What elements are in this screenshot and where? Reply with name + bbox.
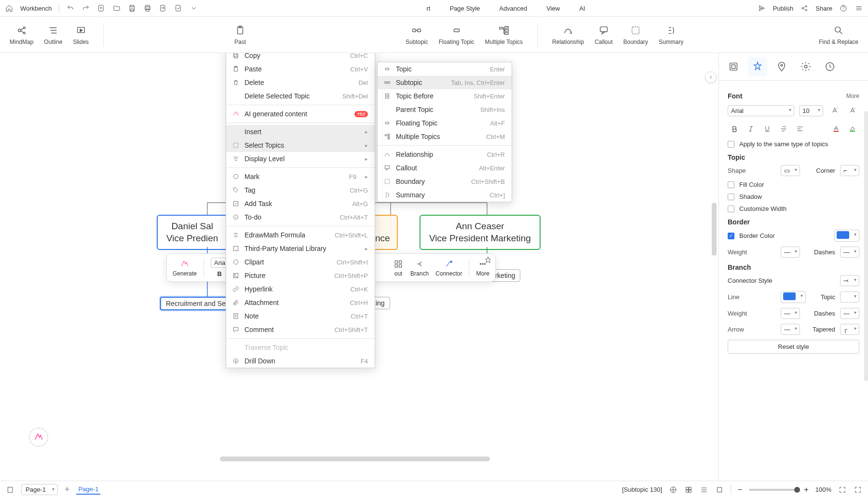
help-icon[interactable] <box>839 4 848 13</box>
branch-button[interactable]: Branch <box>410 259 429 277</box>
reset-style-button[interactable]: Reset style <box>728 340 859 354</box>
ctx-delete-selected[interactable]: Delete Selected TopicShift+Del <box>226 89 375 103</box>
font-more-link[interactable]: More <box>846 93 859 99</box>
canvas-vscroll[interactable] <box>712 203 717 256</box>
fullscreen-icon[interactable] <box>854 485 862 494</box>
ctx-picture[interactable]: PictureCtrl+Shift+P <box>226 269 375 282</box>
highlight-button[interactable] <box>846 122 859 136</box>
menu-item-page-style[interactable]: Page Style <box>449 5 480 12</box>
branch-topic-select[interactable] <box>840 291 859 303</box>
slides-view-button[interactable]: Slides <box>73 24 89 45</box>
outline-view-button[interactable]: Outline <box>44 24 62 45</box>
border-color-checkbox[interactable] <box>728 233 734 239</box>
menu-item-view[interactable]: View <box>546 5 560 12</box>
underline-button[interactable] <box>760 122 774 136</box>
tab-style[interactable] <box>748 57 767 76</box>
apply-same-checkbox[interactable] <box>728 141 734 148</box>
sub-multiple[interactable]: Multiple TopicsCtrl+M <box>378 130 512 143</box>
sub-summary[interactable]: SummaryCtrl+] <box>378 188 512 202</box>
border-weight-select[interactable]: — <box>781 247 800 258</box>
share-label[interactable]: Share <box>815 5 832 12</box>
save-icon[interactable] <box>128 4 136 13</box>
branch-dashes-select[interactable]: — <box>840 308 859 319</box>
zoom-slider[interactable] <box>749 489 797 491</box>
subtopic-recruitment[interactable]: Recruitment and Se <box>160 297 231 310</box>
topic-finance-partial[interactable]: nce <box>371 215 398 250</box>
ctx-ai-content[interactable]: AI generated contentHot <box>226 107 375 121</box>
ctx-display-level[interactable]: Display Level▸ <box>226 152 375 166</box>
ctx-add-task[interactable]: Add TaskAlt+G <box>226 197 375 210</box>
border-color-select[interactable] <box>834 230 859 242</box>
custom-width-checkbox[interactable] <box>728 206 734 212</box>
ctx-delete[interactable]: DeleteDel <box>226 76 375 89</box>
sub-topic[interactable]: TopicEnter <box>378 62 512 76</box>
italic-button[interactable] <box>744 122 758 136</box>
checkmark-doc-icon[interactable] <box>174 4 183 13</box>
menu-item-ai[interactable]: AI <box>579 5 585 12</box>
ctx-clipart[interactable]: ClipartCtrl+Shift+I <box>226 255 375 269</box>
shadow-checkbox[interactable] <box>728 194 734 200</box>
ctx-third-party[interactable]: Third-Party Material Library▸ <box>226 242 375 255</box>
branch-weight-select[interactable]: — <box>781 308 800 319</box>
corner-select[interactable]: ⌐ <box>840 165 859 176</box>
pages-icon[interactable] <box>6 485 14 494</box>
menu-item-insert-truncated[interactable]: rt <box>427 5 431 12</box>
border-dashes-select[interactable]: — <box>840 247 859 258</box>
fill-color-checkbox[interactable] <box>728 181 734 188</box>
share-icon[interactable] <box>800 4 809 13</box>
summary-button[interactable]: Summary <box>659 24 683 45</box>
arrow-select[interactable]: — <box>781 324 800 335</box>
ctx-copy[interactable]: CopyCtrl+C <box>226 53 375 62</box>
connector-button[interactable]: Connector <box>435 259 462 277</box>
align-button[interactable] <box>793 122 807 136</box>
new-file-icon[interactable] <box>97 4 106 13</box>
panel-vscroll[interactable] <box>864 111 868 381</box>
ctx-mark[interactable]: MarkF9▸ <box>226 170 375 183</box>
redo-icon[interactable] <box>81 4 90 13</box>
sub-relationship[interactable]: RelationshipCtrl+R <box>378 148 512 161</box>
sub-boundary[interactable]: BoundaryCtrl+Shift+B <box>378 175 512 188</box>
strikethrough-button[interactable] <box>777 122 790 136</box>
tab-settings[interactable] <box>796 57 815 76</box>
publish-label[interactable]: Publish <box>773 5 794 12</box>
print-icon[interactable] <box>143 4 152 13</box>
floating-topic-button[interactable]: Floating Topic <box>439 24 475 45</box>
zoom-out-button[interactable]: − <box>738 485 742 494</box>
tab-map[interactable] <box>772 57 791 76</box>
publish-icon[interactable] <box>758 4 766 13</box>
subtopic-button[interactable]: Subtopic <box>406 24 428 45</box>
zoom-level[interactable]: 100% <box>815 486 831 493</box>
export-icon[interactable] <box>159 4 167 13</box>
ctx-comment[interactable]: CommentCtrl+Shift+T <box>226 323 375 336</box>
topic-ann[interactable]: Ann Ceaser Vice President Marketing <box>420 215 541 250</box>
font-family-select[interactable]: Arial <box>728 105 794 116</box>
add-page-button[interactable]: + <box>65 484 70 495</box>
layout-button[interactable]: out <box>393 259 404 277</box>
undo-icon[interactable] <box>66 4 75 13</box>
boundary-button[interactable]: Boundary <box>624 24 648 45</box>
sub-subtopic[interactable]: SubtopicTab, Ins, Ctrl+Enter <box>378 76 512 89</box>
list-icon[interactable] <box>700 485 708 494</box>
topic-daniel[interactable]: Daniel Sal Vice Predien <box>157 215 228 250</box>
ctx-select-topics[interactable]: Select Topics▸ <box>226 138 375 152</box>
font-size-select[interactable]: 10 <box>799 105 823 116</box>
ai-generate-button[interactable]: Generate <box>173 259 197 277</box>
ctx-todo[interactable]: To-doCtrl+Alt+T <box>226 210 375 224</box>
fit-icon[interactable] <box>838 485 847 494</box>
sub-topic-before[interactable]: Topic BeforeShift+Enter <box>378 89 512 103</box>
open-icon[interactable] <box>112 4 121 13</box>
grid-icon[interactable] <box>684 485 693 494</box>
tapered-select[interactable]: ╭ <box>840 324 859 335</box>
find-replace-button[interactable]: Find & Replace <box>819 24 858 45</box>
bold-button[interactable]: B <box>217 270 222 277</box>
ctx-drill-down[interactable]: Drill DownF4 <box>226 354 375 368</box>
pin-icon[interactable] <box>484 256 492 264</box>
multiple-topics-button[interactable]: Multiple Topics <box>485 24 523 45</box>
connector-style-select[interactable]: ⤙ <box>840 275 859 286</box>
paste-button[interactable]: Past <box>234 24 246 45</box>
shape-select[interactable]: ▭ <box>781 165 800 176</box>
relationship-button[interactable]: Relationship <box>552 24 584 45</box>
focus-icon[interactable] <box>715 485 724 494</box>
bold-button[interactable] <box>728 122 741 136</box>
font-increase-button[interactable] <box>828 104 841 117</box>
